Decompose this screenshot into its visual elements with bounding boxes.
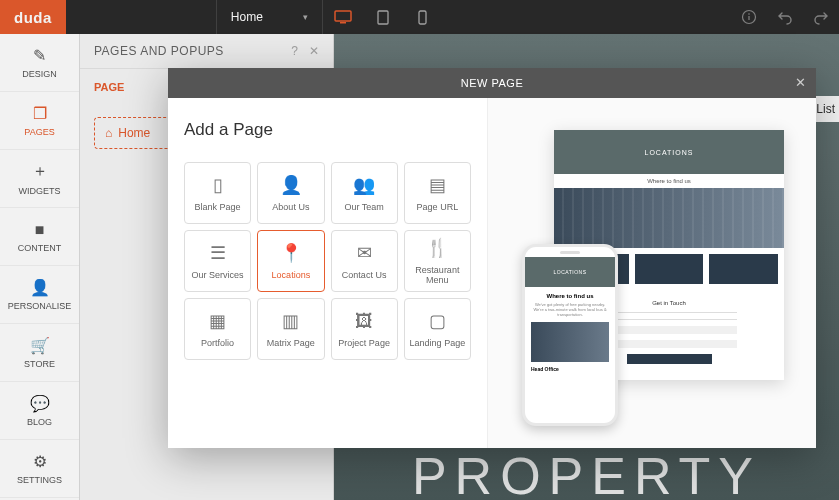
preview-mobile: LOCATIONS Where to find us We've got ple… — [522, 244, 618, 426]
preview-hero: LOCATIONS — [554, 130, 784, 174]
tile-contact-us[interactable]: ✉ Contact Us — [331, 230, 398, 292]
tile-label: Blank Page — [195, 202, 241, 212]
new-page-modal: NEW PAGE ✕ Add a Page ▯ Blank Page 👤 Abo… — [168, 68, 816, 448]
tile-label: Our Services — [192, 270, 244, 280]
document-icon: ▯ — [213, 174, 223, 196]
preview-image — [554, 188, 784, 248]
pin-icon: 📍 — [280, 242, 302, 264]
preview-mobile-label: Head Office — [531, 366, 609, 372]
people-icon: 👥 — [353, 174, 375, 196]
preview-subheading: Where to find us — [554, 174, 784, 188]
image-icon: 🖼 — [355, 311, 373, 332]
tile-matrix-page[interactable]: ▥ Matrix Page — [257, 298, 324, 360]
link-page-icon: ▤ — [429, 174, 446, 196]
envelope-icon: ✉ — [357, 242, 372, 264]
grid-icon: ▦ — [209, 310, 226, 332]
page-template-grid: ▯ Blank Page 👤 About Us 👥 Our Team ▤ Pag… — [184, 162, 471, 360]
person-icon: 👤 — [280, 174, 302, 196]
modal-header-title: NEW PAGE — [461, 77, 523, 89]
tile-our-team[interactable]: 👥 Our Team — [331, 162, 398, 224]
list-icon: ☰ — [210, 242, 226, 264]
tile-project-page[interactable]: 🖼 Project Page — [331, 298, 398, 360]
tile-label: Project Page — [338, 338, 390, 348]
tile-our-services[interactable]: ☰ Our Services — [184, 230, 251, 292]
tile-restaurant-menu[interactable]: 🍴 Restaurant Menu — [404, 230, 471, 292]
modal-left-panel: Add a Page ▯ Blank Page 👤 About Us 👥 Our… — [168, 98, 488, 448]
tile-portfolio[interactable]: ▦ Portfolio — [184, 298, 251, 360]
utensils-icon: 🍴 — [426, 237, 448, 259]
close-modal-icon[interactable]: ✕ — [795, 75, 807, 90]
tile-label: Restaurant Menu — [407, 265, 468, 285]
tile-label: Portfolio — [201, 338, 234, 348]
tile-landing-page[interactable]: ▢ Landing Page — [404, 298, 471, 360]
tile-label: Landing Page — [410, 338, 466, 348]
tile-label: Locations — [272, 270, 311, 280]
modal-header: NEW PAGE ✕ — [168, 68, 816, 98]
tile-label: Our Team — [344, 202, 383, 212]
layout-icon: ▢ — [429, 310, 446, 332]
matrix-icon: ▥ — [282, 310, 299, 332]
preview-form-title: Get in Touch — [652, 300, 686, 306]
tile-locations[interactable]: 📍 Locations — [257, 230, 324, 292]
preview-mobile-text: We've got plenty of free parking nearby.… — [531, 302, 609, 318]
tile-label: About Us — [272, 202, 309, 212]
tile-label: Matrix Page — [267, 338, 315, 348]
preview-mobile-hero: LOCATIONS — [525, 257, 615, 287]
tile-page-url[interactable]: ▤ Page URL — [404, 162, 471, 224]
tile-blank-page[interactable]: ▯ Blank Page — [184, 162, 251, 224]
tile-about-us[interactable]: 👤 About Us — [257, 162, 324, 224]
preview-mobile-heading: Where to find us — [531, 293, 609, 299]
modal-title: Add a Page — [184, 120, 471, 140]
tile-label: Page URL — [417, 202, 459, 212]
tile-label: Contact Us — [342, 270, 387, 280]
template-preview: LOCATIONS Where to find us Get in Touch … — [488, 98, 816, 448]
